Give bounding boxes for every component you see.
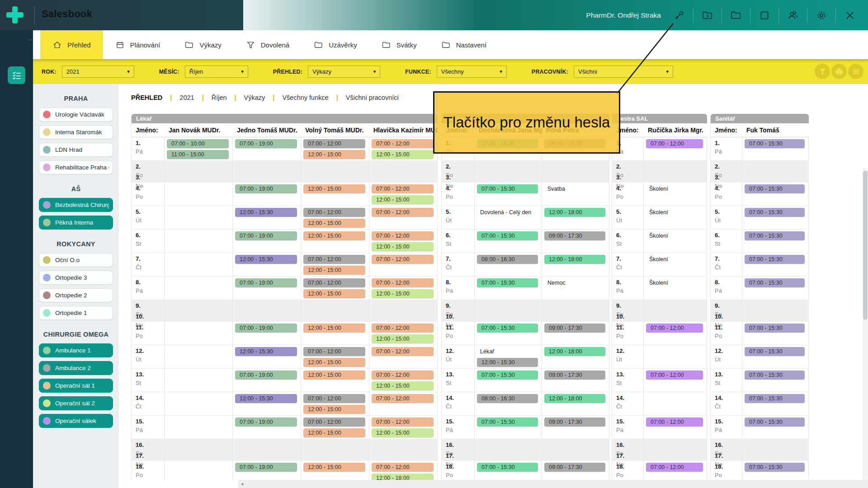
- schedule-entry-pill[interactable]: 07:00 - 12:00: [646, 324, 703, 333]
- schedule-entry-pill[interactable]: 07:00 - 12:00: [303, 208, 365, 217]
- schedule-entry-pill[interactable]: 07:00 - 15:30: [745, 371, 805, 380]
- schedule-entry-pill[interactable]: 12:00 - 15:00: [303, 184, 365, 193]
- schedule-entry-pill[interactable]: 07:00 - 12:00: [372, 394, 434, 403]
- schedule-entry-pill[interactable]: 07:00 - 12:00: [303, 255, 365, 264]
- schedule-entry-text[interactable]: Dovolená - Celý den: [475, 208, 542, 217]
- schedule-entry-pill[interactable]: 07:00 - 12:00: [372, 139, 434, 148]
- schedule-entry-pill[interactable]: 07:00 - 12:00: [372, 347, 434, 356]
- schedule-entry-pill[interactable]: 12:00 - 15:00: [303, 266, 365, 275]
- sidebar-item[interactable]: Bezbolestná Chirurgie: [39, 198, 113, 212]
- schedule-entry-pill[interactable]: 07:00 - 19:00: [235, 139, 297, 148]
- schedule-entry-pill[interactable]: 07:00 - 12:00: [372, 231, 434, 240]
- schedule-entry-pill[interactable]: 12:00 - 18:00: [544, 347, 605, 356]
- folder-icon[interactable]: [728, 7, 744, 23]
- schedule-entry-pill[interactable]: 08:00 - 16:30: [477, 394, 538, 403]
- print-button[interactable]: [831, 64, 847, 79]
- sidebar-item[interactable]: Operační sálek: [39, 414, 113, 428]
- schedule-entry-text[interactable]: Školení: [644, 208, 707, 217]
- settings-icon[interactable]: [813, 7, 830, 23]
- schedule-entry-pill[interactable]: 12:00 - 15:30: [235, 394, 297, 403]
- filter-select-přehled[interactable]: Výkazy▾: [308, 66, 380, 78]
- schedule-entry-pill[interactable]: 07:00 - 19:00: [235, 371, 297, 380]
- sidebar-item[interactable]: Urologie Václavák: [39, 108, 113, 122]
- horizontal-scrollbar[interactable]: ◄ ►: [238, 480, 868, 488]
- schedule-entry-pill[interactable]: 07:00 - 12:00: [303, 278, 365, 287]
- tab-nastavení[interactable]: Nastavení: [429, 30, 499, 59]
- schedule-entry-pill[interactable]: 07:00 - 12:00: [372, 463, 434, 472]
- schedule-entry-pill[interactable]: 07:00 - 15:30: [477, 371, 538, 380]
- schedule-entry-pill[interactable]: 07:00 - 12:00: [372, 278, 434, 287]
- tab-výkazy[interactable]: Výkazy: [172, 30, 233, 59]
- schedule-entry-pill[interactable]: 07:00 - 12:00: [303, 418, 365, 427]
- schedule-entry-pill[interactable]: 12:00 - 15:00: [303, 405, 365, 414]
- schedule-entry-pill[interactable]: 12:00 - 18:00: [544, 208, 605, 217]
- vertical-scrollbar[interactable]: [863, 168, 868, 488]
- schedule-entry-pill[interactable]: 12:00 - 15:00: [372, 195, 434, 204]
- sidebar-item[interactable]: Operační sál 2: [39, 396, 113, 410]
- schedule-entry-pill[interactable]: 07:00 - 12:00: [646, 371, 703, 380]
- schedule-entry-pill[interactable]: 11:00 - 15:00: [167, 150, 229, 159]
- close-icon[interactable]: [842, 7, 858, 23]
- schedule-entry-pill[interactable]: 07:00 - 15:30: [745, 255, 805, 264]
- tab-uzávěrky[interactable]: Uzávěrky: [302, 30, 369, 59]
- schedule-entry-pill[interactable]: 12:00 - 15:00: [303, 289, 365, 298]
- schedule-entry-pill[interactable]: 12:00 - 15:00: [372, 242, 434, 251]
- schedule-entry-pill[interactable]: 07:00 - 15:30: [745, 184, 805, 193]
- sidebar-item[interactable]: Oční O.o: [39, 253, 113, 267]
- schedule-entry-pill[interactable]: 07:00 - 15:30: [745, 139, 805, 148]
- schedule-entry-pill[interactable]: 08:00 - 16:30: [477, 255, 538, 264]
- schedule-entry-pill[interactable]: 09:00 - 17:30: [544, 371, 605, 380]
- schedule-entry-pill[interactable]: 12:00 - 15:00: [303, 324, 365, 333]
- checklist-menu-button[interactable]: [8, 66, 25, 84]
- schedule-entry-pill[interactable]: 07:00 - 12:00: [646, 139, 703, 148]
- schedule-entry-pill[interactable]: 07:00 - 15:30: [745, 278, 805, 287]
- schedule-entry-pill[interactable]: 07:00 - 15:30: [477, 324, 538, 333]
- schedule-entry-pill[interactable]: 07:00 - 15:30: [745, 347, 805, 356]
- sidebar-item[interactable]: Interna Staromák: [39, 125, 113, 139]
- sidebar-item[interactable]: Ambulance 2: [39, 361, 113, 375]
- schedule-entry-pill[interactable]: 07:00 - 15:30: [745, 231, 805, 240]
- schedule-entry-text[interactable]: Školení: [644, 231, 707, 240]
- users-icon[interactable]: [785, 7, 801, 23]
- schedule-entry-pill[interactable]: 07:00 - 12:00: [372, 255, 434, 264]
- schedule-entry-pill[interactable]: 07:00 - 15:30: [477, 418, 538, 427]
- sidebar-item[interactable]: Operační sál 1: [39, 379, 113, 393]
- schedule-entry-pill[interactable]: 12:00 - 15:30: [235, 347, 297, 356]
- tab-plánování[interactable]: Plánování: [103, 30, 173, 59]
- schedule-entry-pill[interactable]: 07:00 - 15:30: [745, 324, 805, 333]
- schedule-entry-pill[interactable]: 12:00 - 15:00: [303, 463, 365, 472]
- schedule-entry-pill[interactable]: 12:00 - 15:00: [372, 334, 434, 343]
- schedule-entry-pill[interactable]: 07:00 - 12:00: [303, 347, 365, 356]
- vertical-scrollbar-thumb[interactable]: [863, 171, 868, 320]
- schedule-entry-text[interactable]: Lékař: [475, 347, 542, 356]
- schedule-entry-text[interactable]: Školení: [644, 184, 707, 193]
- sidebar-item[interactable]: Ortopedie 1: [39, 306, 113, 320]
- schedule-entry-pill[interactable]: 07:00 - 12:00: [303, 394, 365, 403]
- sidebar-item[interactable]: Pěkná Interna: [39, 216, 113, 230]
- schedule-entry-pill[interactable]: 12:00 - 18:00: [544, 255, 605, 264]
- menu-button[interactable]: [848, 64, 863, 79]
- schedule-entry-pill[interactable]: 07:00 - 19:00: [235, 463, 297, 472]
- filter-select-funkce[interactable]: Všechny▾: [437, 66, 507, 78]
- schedule-entry-pill[interactable]: 07:00 - 15:30: [477, 278, 538, 287]
- schedule-entry-pill[interactable]: 09:00 - 17:30: [544, 231, 605, 240]
- schedule-entry-pill[interactable]: 12:00 - 15:00: [303, 358, 365, 367]
- tab-svátky[interactable]: Svátky: [369, 30, 429, 59]
- schedule-entry-text[interactable]: Svatba: [542, 184, 609, 193]
- schedule-entry-text[interactable]: Nemoc: [542, 278, 609, 287]
- window-icon[interactable]: [756, 7, 773, 23]
- schedule-entry-pill[interactable]: 07:00 - 15:30: [477, 463, 538, 472]
- sidebar-item[interactable]: Rehabilitace Praha 6: [39, 160, 113, 174]
- arrow-right-icon[interactable]: →: [26, 35, 33, 42]
- schedule-entry-pill[interactable]: 12:00 - 15:00: [303, 231, 365, 240]
- schedule-entry-pill[interactable]: 12:00 - 15:30: [477, 358, 538, 367]
- schedule-entry-text[interactable]: Školení: [644, 255, 707, 264]
- schedule-entry-pill[interactable]: 07:00 - 15:30: [745, 463, 805, 472]
- schedule-entry-pill[interactable]: 07:00 - 15:30: [745, 208, 805, 217]
- schedule-entry-pill[interactable]: 07:00 - 10:00: [167, 139, 229, 148]
- schedule-entry-pill[interactable]: 07:00 - 15:30: [477, 231, 538, 240]
- sidebar-item[interactable]: Ortopedie 3: [39, 271, 113, 285]
- schedule-entry-pill[interactable]: 09:00 - 17:30: [544, 418, 605, 427]
- schedule-entry-pill[interactable]: 07:00 - 12:00: [303, 139, 365, 148]
- folder-new-icon[interactable]: N: [699, 7, 716, 23]
